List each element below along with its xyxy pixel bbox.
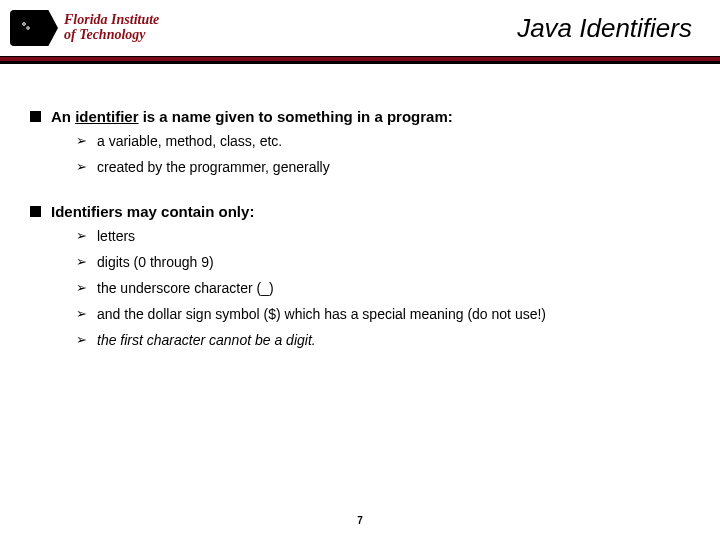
- bullet-suffix: is a name given to something in a progra…: [139, 108, 453, 125]
- arrow-icon: ➢: [76, 159, 87, 175]
- arrow-icon: ➢: [76, 280, 87, 296]
- sub-bullet-text: the underscore character (_): [97, 280, 274, 296]
- bullet-keyword: identifier: [75, 108, 138, 125]
- sub-bullet-list: ➢ letters ➢ digits (0 through 9) ➢ the u…: [76, 228, 690, 348]
- arrow-icon: ➢: [76, 332, 87, 348]
- sub-bullet-text: digits (0 through 9): [97, 254, 214, 270]
- bullet-text: An identifier is a name given to somethi…: [51, 108, 453, 125]
- sub-bullet-text: created by the programmer, generally: [97, 159, 330, 175]
- logo-text: Florida Institute of Technology: [64, 13, 159, 42]
- slide-body: An identifier is a name given to somethi…: [0, 64, 720, 348]
- logo-line-1: Florida Institute: [64, 13, 159, 28]
- sub-bullet: ➢ the first character cannot be a digit.: [76, 332, 690, 348]
- sub-bullet-text: letters: [97, 228, 135, 244]
- bullet-suffix: Identifiers may contain only:: [51, 203, 254, 220]
- square-bullet-icon: [30, 206, 41, 217]
- page-number: 7: [0, 515, 720, 526]
- institution-logo: Florida Institute of Technology: [10, 10, 159, 46]
- arrow-icon: ➢: [76, 228, 87, 244]
- slide-title: Java Identifiers: [517, 13, 692, 44]
- square-bullet-icon: [30, 111, 41, 122]
- bullet-point: Identifiers may contain only:: [30, 203, 690, 220]
- arrow-icon: ➢: [76, 254, 87, 270]
- sub-bullet-text: and the dollar sign symbol ($) which has…: [97, 306, 546, 322]
- sub-bullet: ➢ created by the programmer, generally: [76, 159, 690, 175]
- sub-bullet-text: the first character cannot be a digit.: [97, 332, 316, 348]
- arrow-icon: ➢: [76, 133, 87, 149]
- bullet-text: Identifiers may contain only:: [51, 203, 254, 220]
- slide-header: Florida Institute of Technology Java Ide…: [0, 0, 720, 56]
- bullet-prefix: An: [51, 108, 75, 125]
- sub-bullet: ➢ and the dollar sign symbol ($) which h…: [76, 306, 690, 322]
- sub-bullet: ➢ letters: [76, 228, 690, 244]
- panther-icon: [10, 10, 58, 46]
- bullet-point: An identifier is a name given to somethi…: [30, 108, 690, 125]
- sub-bullet: ➢ digits (0 through 9): [76, 254, 690, 270]
- sub-bullet: ➢ the underscore character (_): [76, 280, 690, 296]
- sub-bullet-list: ➢ a variable, method, class, etc. ➢ crea…: [76, 133, 690, 175]
- logo-line-2: of Technology: [64, 28, 159, 43]
- arrow-icon: ➢: [76, 306, 87, 322]
- sub-bullet-text: a variable, method, class, etc.: [97, 133, 282, 149]
- sub-bullet: ➢ a variable, method, class, etc.: [76, 133, 690, 149]
- header-rule: [0, 56, 720, 64]
